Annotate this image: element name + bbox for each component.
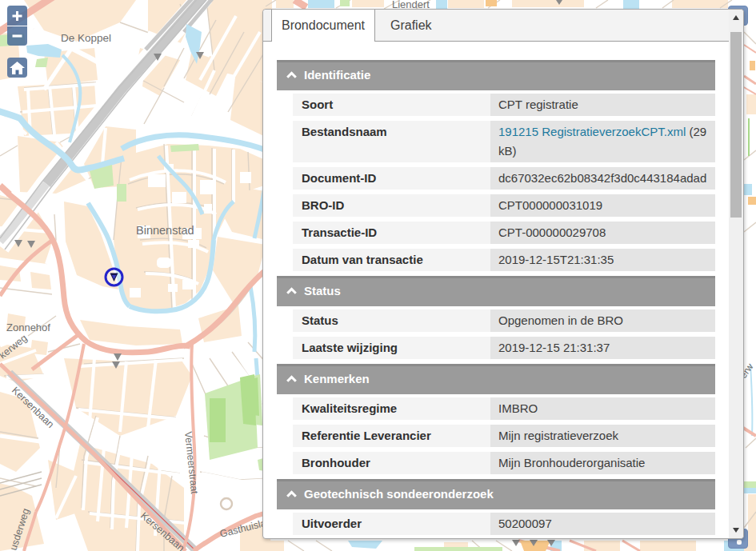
svg-text:De Koppel: De Koppel <box>61 32 111 44</box>
svg-text:Binnenstad: Binnenstad <box>136 224 194 237</box>
svg-text:Zonnehof: Zonnehof <box>6 321 50 333</box>
